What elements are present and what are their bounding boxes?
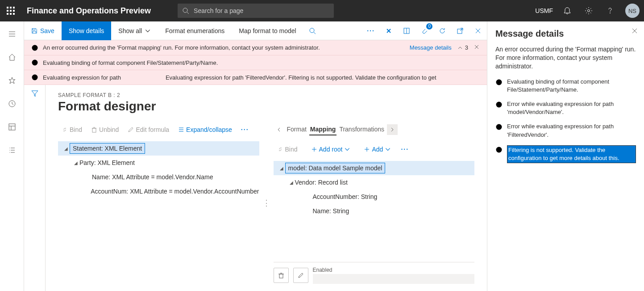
- pane-splitter[interactable]: [265, 122, 268, 284]
- rail-favorites-icon[interactable]: [5, 73, 19, 88]
- svg-line-13: [187, 12, 189, 14]
- edit-button[interactable]: [293, 268, 308, 283]
- bind-button[interactable]: Bind: [58, 124, 86, 135]
- banner-close[interactable]: [474, 44, 480, 51]
- rail-workspaces-icon[interactable]: [5, 120, 19, 134]
- svg-rect-20: [9, 124, 15, 130]
- error-icon: [31, 44, 38, 51]
- error-banner-3: Evaluating expression for path Evaluatin…: [24, 70, 487, 85]
- error-icon: [495, 123, 503, 131]
- svg-rect-3: [7, 7, 8, 8]
- tab-format[interactable]: Format: [286, 124, 307, 135]
- message-item[interactable]: Evaluating binding of format component F…: [495, 78, 636, 94]
- message-item[interactable]: Error while evaluating expression for pa…: [495, 122, 636, 139]
- map-format-button[interactable]: Map format to model: [232, 21, 303, 40]
- svg-rect-9: [7, 13, 8, 15]
- rail-modules-icon[interactable]: [5, 143, 19, 157]
- avatar[interactable]: NS: [625, 4, 640, 18]
- action-search-icon[interactable]: [303, 21, 321, 40]
- svg-rect-7: [10, 10, 12, 12]
- tab-next-icon[interactable]: [387, 124, 398, 135]
- rail-menu-icon[interactable]: [5, 27, 19, 41]
- search-input[interactable]: Search for a page: [178, 4, 334, 18]
- panel-close-icon[interactable]: [632, 28, 638, 35]
- show-all-label: Show all: [118, 27, 142, 34]
- message-item[interactable]: Error while evaluating expression for pa…: [495, 100, 636, 116]
- notifications-icon[interactable]: [557, 0, 578, 21]
- tree-row[interactable]: ◢Vendor: Record list: [274, 175, 475, 190]
- banner-count: 3: [465, 44, 468, 51]
- tree-row[interactable]: Name: XML Attribute = model.Vendor.Name: [58, 170, 259, 184]
- error-icon: [31, 74, 38, 81]
- enabled-label: Enabled: [313, 267, 475, 273]
- add-root-button[interactable]: Add root: [307, 144, 354, 155]
- attachments-icon[interactable]: 0: [415, 21, 433, 40]
- tab-mapping[interactable]: Mapping: [309, 124, 337, 135]
- office-icon[interactable]: [398, 21, 415, 40]
- show-details-button[interactable]: Show details: [62, 21, 111, 40]
- rail-home-icon[interactable]: [5, 50, 19, 64]
- message-item[interactable]: Filtering is not supported. Validate the…: [495, 145, 636, 163]
- tree-row[interactable]: AccountNumber: String: [274, 190, 475, 204]
- chevron-down-icon: [385, 146, 391, 152]
- svg-rect-38: [92, 128, 96, 132]
- tree-row[interactable]: AccountNum: XML Attribute = model.Vendor…: [58, 184, 259, 198]
- error-icon: [495, 101, 503, 108]
- refresh-icon[interactable]: [433, 21, 451, 40]
- svg-line-30: [314, 32, 316, 34]
- message-details-panel: Message details An error occurred during…: [487, 21, 644, 291]
- add-button[interactable]: Add: [360, 144, 395, 155]
- company-code[interactable]: USMF: [535, 7, 553, 14]
- svg-rect-8: [13, 10, 15, 12]
- enabled-field[interactable]: [313, 274, 475, 284]
- tab-transformations[interactable]: Transformations: [338, 124, 385, 135]
- attach-badge: 0: [426, 23, 432, 30]
- tree-row[interactable]: Name: String: [274, 204, 475, 218]
- mapping-pane: Format Mapping Transformations Bind Add …: [274, 122, 475, 284]
- rail-recent-icon[interactable]: [5, 97, 19, 111]
- error-banner-2: Evaluating binding of format component F…: [24, 55, 487, 70]
- format-tree: ◢Statement: XML Element ◢Party: XML Elem…: [58, 141, 259, 284]
- mapping-bind-button[interactable]: Bind: [274, 144, 301, 155]
- tree-row[interactable]: ◢Party: XML Element: [58, 156, 259, 170]
- show-all-button[interactable]: Show all: [111, 21, 158, 40]
- right-overflow-icon[interactable]: ···: [401, 146, 409, 153]
- overflow-menu-icon[interactable]: ···: [362, 21, 380, 40]
- error-icon: [495, 79, 503, 86]
- search-placeholder: Search for a page: [194, 7, 243, 14]
- error-banner-1: An error occurred during the 'Format map…: [24, 40, 487, 55]
- banner-collapse[interactable]: 3: [457, 44, 468, 51]
- delete-button[interactable]: [274, 268, 289, 283]
- tree-row[interactable]: ◢Statement: XML Element: [58, 141, 259, 156]
- dataverse-icon[interactable]: [380, 21, 398, 40]
- settings-icon[interactable]: [578, 0, 599, 21]
- map-format-label: Map format to model: [239, 27, 296, 34]
- message-details-link[interactable]: Message details: [410, 44, 452, 51]
- banner-text: An error occurred during the 'Format map…: [43, 44, 320, 51]
- filter-rail[interactable]: [24, 85, 46, 291]
- svg-rect-11: [13, 13, 15, 15]
- svg-rect-5: [13, 7, 15, 8]
- mapping-tree: ◢model: Data model Sample model ◢Vendor:…: [274, 161, 475, 262]
- unbind-button[interactable]: Unbind: [87, 124, 122, 135]
- popout-icon[interactable]: [451, 21, 469, 40]
- left-overflow-icon[interactable]: ···: [241, 126, 249, 133]
- help-icon[interactable]: [599, 0, 621, 21]
- left-rail: [0, 21, 24, 291]
- save-button[interactable]: Save: [24, 21, 62, 40]
- top-header: Finance and Operations Preview Search fo…: [0, 0, 644, 21]
- format-enumerations-button[interactable]: Format enumerations: [158, 21, 232, 40]
- edit-formula-button[interactable]: Edit formula: [124, 124, 173, 135]
- svg-rect-6: [7, 10, 8, 12]
- chevron-down-icon: [344, 146, 350, 152]
- svg-point-14: [588, 10, 590, 12]
- tab-prev-icon[interactable]: [274, 124, 284, 135]
- tree-row[interactable]: ◢model: Data model Sample model: [274, 161, 475, 175]
- app-launcher[interactable]: [0, 0, 21, 21]
- format-enum-label: Format enumerations: [165, 27, 224, 34]
- close-page-icon[interactable]: [469, 21, 487, 40]
- breadcrumb: SAMPLE FORMAT B : 2: [58, 92, 474, 98]
- expand-collapse-button[interactable]: Expand/collapse: [175, 124, 236, 135]
- svg-rect-4: [10, 7, 12, 8]
- svg-point-12: [183, 8, 187, 13]
